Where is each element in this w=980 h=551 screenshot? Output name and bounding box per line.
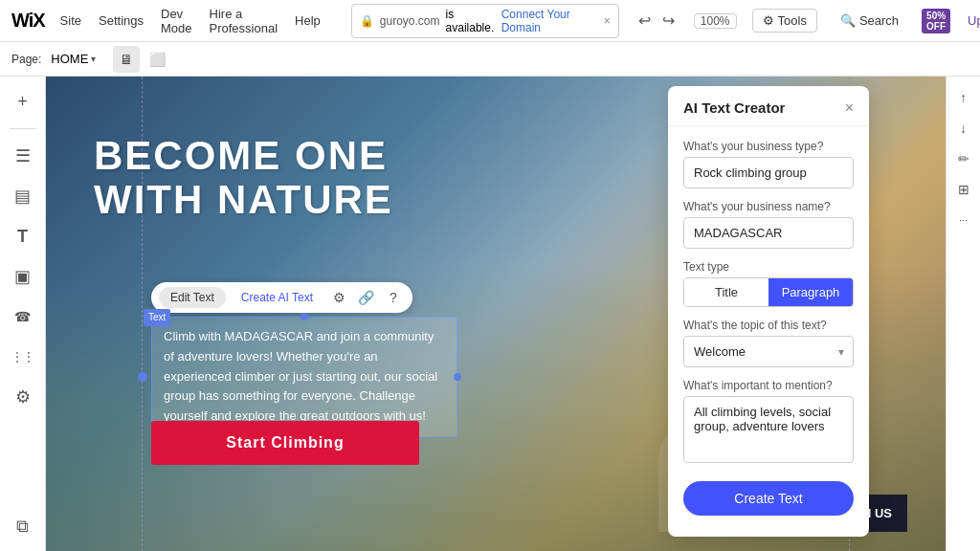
nav-site[interactable]: Site: [60, 13, 81, 28]
topic-select-wrapper: Welcome About Us Services Contact Home ▾: [683, 336, 854, 367]
text-link-icon[interactable]: 🔗: [355, 286, 378, 309]
nav-dev-mode[interactable]: Dev Mode: [161, 7, 192, 35]
text-resize-handle-top[interactable]: [301, 313, 308, 320]
topic-select[interactable]: Welcome About Us Services Contact Home: [683, 336, 854, 367]
create-text-button[interactable]: Create Text: [683, 481, 854, 516]
nav-help[interactable]: Help: [295, 13, 321, 28]
text-type-field: Text type Title Paragraph: [683, 260, 854, 307]
layout-icon[interactable]: ▤: [6, 179, 40, 213]
media-icon[interactable]: ▣: [6, 259, 40, 294]
important-label: What's important to mention?: [683, 379, 854, 392]
text-resize-handle-right[interactable]: [454, 373, 461, 381]
view-icons: 🖥 ⬜: [113, 46, 170, 73]
text-type-label: Text type: [683, 260, 854, 274]
connect-domain-link[interactable]: Connect Your Domain: [501, 8, 594, 34]
editor: + ☰ ▤ T ▣ ☎ ⋮⋮ ⚙ ⧉ BECOME ONE WITH NATUR…: [0, 77, 980, 551]
business-name-field: What's your business name?: [683, 200, 854, 249]
undo-redo: ↩ ↪: [635, 10, 679, 32]
text-icon[interactable]: T: [6, 219, 40, 253]
rp-down-arrow-icon[interactable]: ↓: [950, 115, 977, 142]
search-button[interactable]: 🔍 Search: [833, 10, 906, 32]
modal-close-button[interactable]: ×: [845, 100, 854, 116]
topic-field: What's the topic of this text? Welcome A…: [683, 319, 854, 367]
right-panel: ↑ ↓ ✏ ⊞ ···: [946, 77, 980, 551]
secondbar: Page: HOME ▾ 🖥 ⬜: [0, 42, 980, 77]
lock-icon: 🔒: [360, 14, 374, 28]
body-text-block[interactable]: Text Climb with MADAGASCAR and join a co…: [151, 317, 457, 437]
rp-pencil-icon[interactable]: ✏: [950, 145, 977, 172]
domain-close-icon[interactable]: ×: [604, 14, 611, 28]
important-field: What's important to mention? All climbin…: [683, 379, 854, 466]
ai-text-creator-modal: AI Text Creator × What's your business t…: [668, 86, 869, 537]
modal-header: AI Text Creator ×: [668, 86, 869, 126]
contact-icon[interactable]: ☎: [6, 299, 40, 334]
nav-hire[interactable]: Hire a Professional: [210, 7, 278, 35]
body-text-content: Climb with MADAGASCAR and join a communi…: [164, 329, 437, 423]
domain-available-text: is available.: [446, 8, 496, 34]
left-panel: + ☰ ▤ T ▣ ☎ ⋮⋮ ⚙ ⧉: [0, 77, 46, 551]
canvas: BECOME ONE WITH NATURE Edit Text Create …: [46, 77, 946, 551]
nav-items: Site Settings Dev Mode Hire a Profession…: [60, 7, 321, 35]
search-label: Search: [859, 13, 899, 28]
divider: [10, 128, 36, 129]
modal-body: What's your business type? What's your b…: [668, 126, 869, 537]
business-type-input[interactable]: [683, 157, 854, 188]
rp-more-icon[interactable]: ···: [950, 207, 977, 233]
domain-text: guroyo.com: [380, 14, 440, 28]
add-icon[interactable]: +: [6, 84, 40, 119]
apps-icon[interactable]: ⋮⋮: [6, 340, 40, 374]
text-rotate-handle[interactable]: [138, 372, 147, 382]
tools-gear-icon: ⚙: [763, 13, 774, 28]
topic-label: What's the topic of this text?: [683, 319, 854, 332]
headline-line2: WITH NATURE: [94, 178, 393, 222]
text-edit-toolbar: Edit Text Create AI Text ⚙ 🔗 ?: [151, 282, 412, 313]
page-prefix: Page:: [11, 53, 41, 66]
business-name-label: What's your business name?: [683, 200, 854, 213]
important-textarea[interactable]: All climbing levels, social group, adven…: [683, 396, 854, 463]
upgrade-button[interactable]: Upgrade: [968, 13, 980, 28]
desktop-view-icon[interactable]: 🖥: [113, 46, 140, 73]
text-settings-icon[interactable]: ⚙: [328, 286, 351, 309]
text-label: Text: [144, 309, 170, 326]
create-ai-text-button[interactable]: Create AI Text: [230, 287, 324, 308]
rp-up-arrow-icon[interactable]: ↑: [950, 84, 977, 111]
text-block-wrapper: Edit Text Create AI Text ⚙ 🔗 ? Text Clim…: [151, 282, 457, 437]
page-name: HOME: [51, 52, 88, 66]
business-name-input[interactable]: [683, 217, 854, 249]
chevron-down-icon: ▾: [91, 54, 96, 64]
headline-text: BECOME ONE WITH NATURE: [94, 134, 393, 222]
business-type-label: What's your business type?: [683, 140, 854, 153]
tools-label: Tools: [778, 13, 807, 28]
search-icon: 🔍: [840, 13, 856, 28]
wix-logo: WiX: [11, 10, 45, 32]
upgrade-badge: 50% OFF: [922, 9, 950, 33]
title-type-button[interactable]: Title: [684, 278, 768, 306]
tablet-view-icon[interactable]: ⬜: [144, 46, 170, 73]
business-type-field: What's your business type?: [683, 140, 854, 188]
tools-button[interactable]: ⚙ Tools: [752, 9, 817, 33]
domain-bar: 🔒 guroyo.com is available. Connect Your …: [351, 4, 619, 38]
zoom-level[interactable]: 100%: [694, 13, 737, 29]
text-type-row: Title Paragraph: [683, 277, 854, 307]
edit-text-button[interactable]: Edit Text: [159, 287, 226, 308]
rp-grid-icon[interactable]: ⊞: [950, 176, 977, 203]
layers-icon[interactable]: ⧉: [6, 509, 40, 543]
headline-line1: BECOME ONE: [94, 134, 393, 178]
nav-settings[interactable]: Settings: [99, 13, 144, 28]
text-help-icon[interactable]: ?: [382, 286, 405, 309]
modal-title: AI Text Creator: [683, 99, 785, 116]
settings-icon[interactable]: ⚙: [6, 380, 40, 414]
start-climbing-button[interactable]: Start Climbing: [151, 421, 419, 465]
redo-button[interactable]: ↪: [658, 10, 679, 32]
page-dropdown[interactable]: HOME ▾: [51, 52, 96, 66]
pages-icon[interactable]: ☰: [6, 139, 40, 173]
topbar: WiX Site Settings Dev Mode Hire a Profes…: [0, 0, 980, 42]
paragraph-type-button[interactable]: Paragraph: [768, 278, 853, 306]
undo-button[interactable]: ↩: [635, 10, 655, 32]
